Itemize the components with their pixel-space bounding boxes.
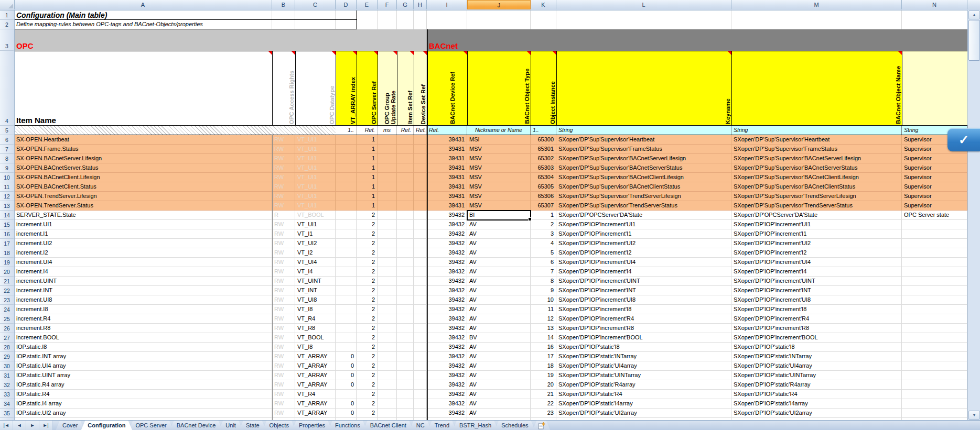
cell-H19[interactable] <box>414 258 427 267</box>
cell-B33[interactable]: RW <box>272 390 295 399</box>
cell-B10[interactable]: RW <box>272 173 295 182</box>
row-header-1[interactable]: 1 <box>0 10 14 20</box>
cell-K28[interactable]: 16 <box>531 343 556 351</box>
cell-C28[interactable]: VT_I8 <box>295 343 336 351</box>
cell-K6[interactable]: 65300 <box>531 135 556 144</box>
cell-M33[interactable]: SXopen'DP'IOP'static'R4 <box>731 390 902 399</box>
cell-N12[interactable]: Supervisor <box>902 192 967 201</box>
cell-J19[interactable]: AV <box>467 258 531 267</box>
cell-L14[interactable]: SXopen'DP'OPCServer'DA'State <box>556 211 731 219</box>
cell-H18[interactable] <box>414 248 427 257</box>
column-title-cell-D[interactable]: VT_ARRAY index <box>336 51 357 126</box>
cell-A34[interactable]: IOP.static.I4 array <box>14 399 272 408</box>
cell-K35[interactable]: 23 <box>531 409 556 417</box>
cell-A20[interactable]: increment.I4 <box>14 267 272 276</box>
cell-L21[interactable]: SXopen'DP'IOP'increment'UINT <box>556 277 731 285</box>
cell-D19[interactable] <box>336 258 357 267</box>
cell-N8[interactable]: Supervisor <box>902 154 967 163</box>
cell-F30[interactable] <box>378 361 397 370</box>
cell-C14[interactable]: VT_BOOL <box>295 211 336 219</box>
row-header-4[interactable]: 4 <box>0 51 14 126</box>
cell-K18[interactable]: 5 <box>531 248 556 257</box>
cell-J9[interactable]: MSV <box>467 163 531 172</box>
cell-A23[interactable]: increment.UI8 <box>14 295 272 304</box>
cell-B25[interactable]: RW <box>272 314 295 323</box>
cell-N33[interactable] <box>902 390 967 399</box>
cell-I22[interactable]: 39432 <box>427 286 467 295</box>
cell-C35[interactable]: VT_ARRAY <box>295 409 336 417</box>
cell-I7[interactable]: 39431 <box>427 145 467 153</box>
cell-E8[interactable]: 1 <box>357 154 378 163</box>
column-header-L[interactable]: L <box>556 0 731 9</box>
cell-C21[interactable]: VT_UINT <box>295 277 336 285</box>
cell-L12[interactable]: SXopen'DP'Sup'Supervisor'TrendServerLife… <box>556 192 731 201</box>
cell-H10[interactable] <box>414 173 427 182</box>
cell-E25[interactable]: 2 <box>357 314 378 323</box>
cell-G11[interactable] <box>397 182 414 191</box>
cell-L11[interactable]: SXopen'DP'Sup'Supervisor'BACnetClientSta… <box>556 182 731 191</box>
cell-F24[interactable] <box>378 305 397 314</box>
cell-M8[interactable]: SXopen'DP'Sup'Supervisor'BACnetServerLif… <box>731 154 902 163</box>
cell-J22[interactable]: AV <box>467 286 531 295</box>
cell-F15[interactable] <box>378 220 397 229</box>
cell-H14[interactable] <box>414 211 427 219</box>
cell-J23[interactable]: AV <box>467 295 531 304</box>
sheet-tab-bacnet-device[interactable]: BACnet Device <box>170 421 223 430</box>
cell-J17[interactable]: AV <box>467 239 531 248</box>
cell-K32[interactable]: 20 <box>531 380 556 389</box>
cell-L6[interactable]: SXopen'DP'Sup'Supervisor'Heartbeat <box>556 135 731 144</box>
cell-C19[interactable]: VT_UI4 <box>295 258 336 267</box>
cell-A17[interactable]: increment.UI2 <box>14 239 272 248</box>
cell-J33[interactable]: AV <box>467 390 531 399</box>
cell-L26[interactable]: SXopen'DP'IOP'increment'R8 <box>556 324 731 333</box>
cell-C27[interactable]: VT_BOOL <box>295 333 336 342</box>
column-title-cell-N[interactable] <box>902 51 967 126</box>
cell-D7[interactable] <box>336 145 357 153</box>
cell-J10[interactable]: MSV <box>467 173 531 182</box>
row-header-29[interactable]: 29 <box>0 352 14 361</box>
cell-J15[interactable]: AV <box>467 220 531 229</box>
cell-G35[interactable] <box>397 409 414 417</box>
cell-E22[interactable]: 2 <box>357 286 378 295</box>
cell-M12[interactable]: SXopen'DP'Sup'Supervisor'TrendServerLife… <box>731 192 902 201</box>
column-title-cell-I[interactable]: BACnet Device Ref <box>427 51 468 126</box>
cell-E14[interactable]: 2 <box>357 211 378 219</box>
subheader-cell-E[interactable]: Ref. <box>357 126 378 135</box>
row-header-23[interactable]: 23 <box>0 295 14 305</box>
cell-I23[interactable]: 39432 <box>427 295 467 304</box>
cell-C12[interactable]: VT_UI1 <box>295 192 336 201</box>
cell-H9[interactable] <box>414 163 427 172</box>
select-all-corner[interactable] <box>0 0 15 9</box>
sheet-tab-bstr-hash[interactable]: BSTR_Hash <box>453 421 498 430</box>
cell-J18[interactable]: AV <box>467 248 531 257</box>
cell-D35[interactable]: 0 <box>336 409 357 417</box>
cell-B8[interactable]: RW <box>272 154 295 163</box>
cell-D33[interactable] <box>336 390 357 399</box>
cell-G7[interactable] <box>397 145 414 153</box>
cell-G22[interactable] <box>397 286 414 295</box>
column-title-cell-E[interactable]: OPC Server Ref <box>357 51 378 126</box>
cell-D20[interactable] <box>336 267 357 276</box>
cell-F32[interactable] <box>378 380 397 389</box>
cell-G9[interactable] <box>397 163 414 172</box>
cell-L18[interactable]: SXopen'DP'IOP'increment'I2 <box>556 248 731 257</box>
cell-C17[interactable]: VT_UI2 <box>295 239 336 248</box>
cell-I16[interactable]: 39432 <box>427 229 467 238</box>
sheet-tab-unit[interactable]: Unit <box>219 421 243 430</box>
cell-E32[interactable]: 2 <box>357 380 378 389</box>
cell-E13[interactable]: 1 <box>357 201 378 210</box>
cell-M35[interactable]: SXopen'DP'IOP'static'UI2array <box>731 409 902 417</box>
cell-L20[interactable]: SXopen'DP'IOP'increment'I4 <box>556 267 731 276</box>
cell-E20[interactable]: 2 <box>357 267 378 276</box>
column-title-cell-K[interactable]: Object Instance <box>531 51 557 126</box>
row-header-7[interactable]: 7 <box>0 145 14 154</box>
cell-A15[interactable]: increment.UI1 <box>14 220 272 229</box>
worksheet-grid[interactable]: Configuration (Main table) Define mappin… <box>14 10 967 420</box>
cell-A29[interactable]: IOP.static.INT array <box>14 352 272 361</box>
cell-I32[interactable]: 39432 <box>427 380 467 389</box>
cell-D29[interactable]: 0 <box>336 352 357 361</box>
cell-L29[interactable]: SXopen'DP'IOP'static'INTarray <box>556 352 731 361</box>
cell-H30[interactable] <box>414 361 427 370</box>
cell-F7[interactable] <box>378 145 397 153</box>
subheader-cell-J[interactable]: Nickname or Name <box>467 126 531 135</box>
